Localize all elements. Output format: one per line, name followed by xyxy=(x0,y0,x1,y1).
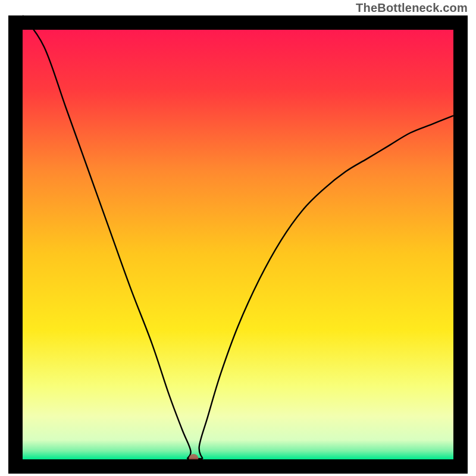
chart-stage: { "watermark": { "text": "TheBottleneck.… xyxy=(0,0,476,476)
chart-axes-frame xyxy=(8,15,468,474)
